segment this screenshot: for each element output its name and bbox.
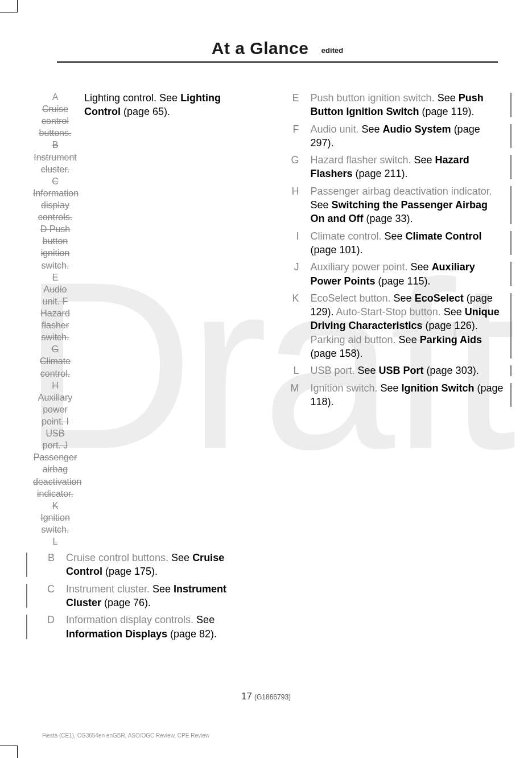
strikethrough-line: airbag — [33, 463, 77, 475]
strikethrough-line: E — [33, 271, 77, 283]
item-a-desc: Lighting control. See Lighting Control (… — [77, 91, 259, 547]
change-bar — [26, 615, 27, 639]
strikethrough-line: D Push — [33, 223, 77, 235]
strikethrough-line: display — [33, 199, 77, 211]
item-desc: Ignition switch. See Ignition Switch (pa… — [311, 381, 504, 409]
item-desc: Passenger airbag deactivation indicator.… — [311, 184, 504, 226]
list-item: LUSB port. See USB Port (page 303). — [278, 364, 504, 377]
change-bar — [510, 93, 512, 117]
strikethrough-line: indicator. — [33, 488, 77, 500]
strikethrough-column: A Cruisecontrolbuttons.BInstrumentcluste… — [33, 91, 77, 547]
list-item: MIgnition switch. See Ignition Switch (p… — [278, 381, 504, 409]
strikethrough-line: L — [33, 535, 77, 547]
page-number: 17 — [241, 691, 252, 702]
strikethrough-line: button — [33, 235, 77, 247]
item-letter: K — [278, 291, 311, 360]
item-desc: USB port. See USB Port (page 303). — [311, 364, 504, 377]
strikethrough-line: cluster. — [33, 163, 77, 175]
item-desc: Instrument cluster. See Instrument Clust… — [66, 582, 259, 610]
strikethrough-line: control — [33, 115, 77, 127]
header-subtitle: edited — [321, 46, 343, 55]
item-letter: J — [278, 260, 311, 288]
chapter-header: At a Glance edited — [57, 39, 498, 63]
change-bar — [510, 293, 512, 359]
item-letter: B — [33, 551, 66, 579]
list-item: HPassenger airbag deactivation indicator… — [278, 184, 504, 226]
item-desc: Hazard flasher switch. See Hazard Flashe… — [311, 153, 504, 181]
list-item: GHazard flasher switch. See Hazard Flash… — [278, 153, 504, 181]
item-desc: Climate control. See Climate Control (pa… — [311, 229, 504, 257]
item-letter: G — [278, 153, 311, 181]
strikethrough-line: Passenger — [33, 451, 77, 463]
list-item: EPush button ignition switch. See Push B… — [278, 91, 504, 119]
strikethrough-line: G — [33, 343, 77, 355]
change-bar — [510, 186, 512, 224]
item-letter: H — [278, 184, 311, 226]
list-item: IClimate control. See Climate Control (p… — [278, 229, 504, 257]
footer-page: 17 (G1866793) — [0, 691, 532, 702]
list-item: DInformation display controls. See Infor… — [33, 613, 259, 641]
item-desc: Push button ignition switch. See Push Bu… — [311, 91, 504, 119]
strikethrough-line: buttons. — [33, 127, 77, 139]
strikethrough-line: point. I — [33, 415, 77, 427]
list-item: BCruise control buttons. See Cruise Cont… — [33, 551, 259, 579]
strikethrough-line: power — [33, 403, 77, 415]
strikethrough-line: Auxiliary — [33, 392, 77, 403]
left-column: A Cruisecontrolbuttons.BInstrumentcluste… — [33, 91, 259, 678]
header-title: At a Glance — [212, 39, 309, 57]
strikethrough-line: C — [33, 175, 77, 187]
item-a-row: A Cruisecontrolbuttons.BInstrumentcluste… — [33, 91, 259, 547]
strikethrough-line: K — [33, 500, 77, 512]
content-area: A Cruisecontrolbuttons.BInstrumentcluste… — [33, 91, 504, 678]
change-bar — [510, 155, 512, 179]
strikethrough-line: B — [33, 139, 77, 151]
change-bar — [510, 231, 512, 256]
page: Draft At a Glance edited A Cruisecontrol… — [0, 0, 532, 758]
strikethrough-line: controls. — [33, 211, 77, 223]
list-item: KEcoSelect button. See EcoSelect (page 1… — [278, 291, 504, 360]
strikethrough-line: unit. F — [33, 295, 77, 307]
list-item: CInstrument cluster. See Instrument Clus… — [33, 582, 259, 610]
item-a-letter: A — [33, 91, 77, 103]
list-item: FAudio unit. See Audio System (page 297)… — [278, 122, 504, 150]
a-page: (page 65). — [121, 106, 170, 117]
item-desc: Auxiliary power point. See Auxiliary Pow… — [311, 260, 504, 288]
strikethrough-line: switch. — [33, 331, 77, 343]
strikethrough-line: switch. — [33, 259, 77, 271]
strikethrough-line: Instrument — [33, 151, 77, 163]
strikethrough-line: Ignition — [33, 512, 77, 524]
strikethrough-line: Information — [33, 187, 77, 199]
strikethrough-line: Climate — [33, 355, 77, 367]
item-letter: L — [278, 364, 311, 377]
item-letter: F — [278, 122, 311, 150]
item-letter: I — [278, 229, 311, 257]
strikethrough-line: Audio — [33, 283, 77, 295]
change-bar — [510, 383, 512, 407]
item-desc: EcoSelect button. See EcoSelect (page 12… — [311, 291, 504, 360]
strikethrough-line: control. — [33, 368, 77, 380]
change-bar — [510, 124, 512, 149]
strikethrough-line: deactivation — [33, 476, 77, 488]
strikethrough-line: switch. — [33, 524, 77, 535]
footer-note: Fiesta (CE1), CG3654en enGBR, ASO/OGC Re… — [42, 732, 209, 739]
item-letter: E — [278, 91, 311, 119]
item-letter: C — [33, 582, 66, 610]
change-bar — [26, 584, 27, 608]
item-desc: Information display controls. See Inform… — [66, 613, 259, 641]
strikethrough-line: Hazard — [33, 307, 77, 319]
change-bar — [510, 262, 512, 286]
strikethrough-line: flasher — [33, 319, 77, 331]
strikethrough-line: USB — [33, 427, 77, 439]
left-items-list: BCruise control buttons. See Cruise Cont… — [33, 551, 259, 641]
strikethrough-line: H — [33, 380, 77, 392]
right-column: EPush button ignition switch. See Push B… — [278, 91, 504, 678]
item-letter: M — [278, 381, 311, 409]
page-id: (G1866793) — [254, 693, 291, 701]
strikethrough-line: port. J — [33, 439, 77, 451]
change-bar — [510, 365, 512, 376]
a-prefix: Lighting control. See — [84, 92, 180, 104]
item-letter: D — [33, 613, 66, 641]
change-bar — [26, 553, 27, 577]
strikethrough-line: Cruise — [33, 103, 77, 115]
item-desc: Audio unit. See Audio System (page 297). — [311, 122, 504, 150]
